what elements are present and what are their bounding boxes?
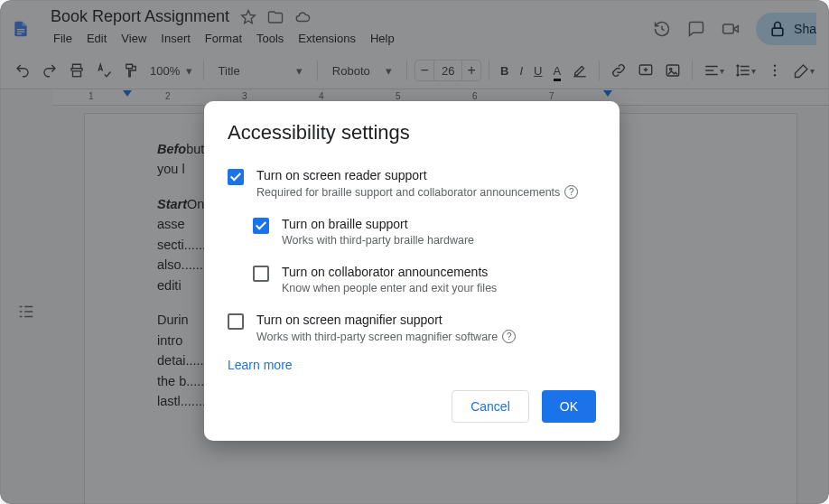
option-braille: Turn on braille support Works with third… [228,211,596,259]
checkbox-braille[interactable] [253,218,269,234]
option-desc: Know when people enter and exit your fil… [282,282,497,294]
ok-button[interactable]: OK [542,390,596,423]
accessibility-settings-dialog: Accessibility settings Turn on screen re… [204,101,619,441]
checkbox-screen-reader[interactable] [228,169,244,185]
option-screen-magnifier: Turn on screen magnifier support Works w… [228,307,596,356]
option-label: Turn on screen reader support [256,168,578,182]
option-desc: Required for braille support and collabo… [256,186,560,199]
option-label: Turn on collaborator announcements [282,265,497,279]
option-label: Turn on screen magnifier support [256,313,516,327]
checkbox-screen-magnifier[interactable] [228,313,244,330]
learn-more-link[interactable]: Learn more [228,358,596,372]
help-icon[interactable]: ? [564,185,578,199]
cancel-button[interactable]: Cancel [452,390,529,423]
dialog-title: Accessibility settings [228,121,596,145]
checkbox-collaborator-announcements[interactable] [253,266,269,282]
option-collaborator-announcements: Turn on collaborator announcements Know … [228,259,596,307]
option-desc: Works with third-party braille hardware [282,234,474,247]
option-label: Turn on braille support [282,217,474,231]
option-screen-reader: Turn on screen reader support Required f… [228,163,596,211]
help-icon[interactable]: ? [502,330,516,343]
option-desc: Works with third-party screen magnifier … [256,331,498,343]
